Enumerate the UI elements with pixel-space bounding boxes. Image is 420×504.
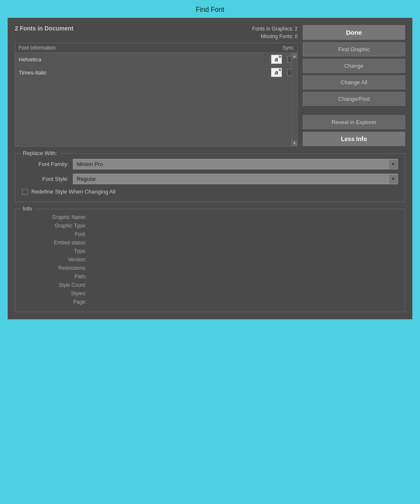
fonts-in-graphics: Fonts in Graphics: 2	[252, 25, 298, 33]
replace-with-legend: Replace With:	[20, 150, 60, 156]
font-name-helvetica: Helvetica	[19, 56, 271, 63]
font-style-dropdown-arrow[interactable]: ▼	[388, 174, 398, 184]
done-button[interactable]: Done	[303, 25, 405, 40]
font-style-row: Font Style: Regular ▼	[22, 174, 398, 184]
change-all-button[interactable]: Change All	[303, 75, 405, 89]
list-item[interactable]: Times-Italic a	[15, 66, 297, 79]
scroll-up-arrow[interactable]: ▲	[292, 53, 298, 59]
font-style-label: Font Style:	[22, 176, 69, 182]
info-section: Info Graphic Name: Graphic Type: Font: E…	[15, 209, 405, 312]
font-family-label: Font Family:	[22, 161, 69, 167]
font-style-select[interactable]: Regular ▼	[73, 174, 398, 184]
font-value	[90, 231, 398, 237]
font-family-row: Font Family: Minion Pro ▼	[22, 159, 398, 169]
missing-fonts: Missing Fonts: 0	[252, 33, 298, 40]
info-legend: Info	[20, 205, 35, 212]
path-label: Path:	[22, 274, 90, 280]
type-label: Type:	[22, 248, 90, 254]
reveal-in-explorer-button[interactable]: Reveal in Explorer	[303, 115, 405, 129]
find-graphic-button[interactable]: Find Graphic	[303, 42, 405, 56]
scroll-track[interactable]	[292, 59, 298, 140]
change-button[interactable]: Change	[303, 59, 405, 73]
version-label: Version:	[22, 257, 90, 263]
info-grid: Graphic Name: Graphic Type: Font: Embed …	[22, 214, 398, 305]
graphic-name-label: Graphic Name:	[22, 214, 90, 220]
embed-status-value	[90, 240, 398, 246]
font-family-value: Minion Pro	[77, 161, 388, 167]
top-section: 2 Fonts in Document Fonts in Graphics: 2…	[15, 25, 405, 147]
graphic-name-value	[90, 214, 398, 220]
fonts-stats: Fonts in Graphics: 2 Missing Fonts: 0	[252, 25, 298, 40]
path-value	[90, 274, 398, 280]
list-item[interactable]: Helvetica a	[15, 53, 297, 66]
replace-with-section: Replace With: Font Family: Minion Pro ▼ …	[15, 153, 405, 202]
graphic-type-label: Graphic Type:	[22, 223, 90, 229]
dialog-body: 2 Fonts in Document Fonts in Graphics: 2…	[8, 18, 412, 319]
scroll-down-arrow[interactable]: ▼	[292, 140, 298, 146]
less-info-button[interactable]: Less Info	[303, 132, 405, 146]
font-family-select[interactable]: Minion Pro ▼	[73, 159, 398, 169]
font-family-dropdown-arrow[interactable]: ▼	[388, 160, 398, 169]
font-icon-helvetica: a	[271, 55, 282, 64]
type-value	[90, 248, 398, 254]
styles-label: Styles:	[22, 291, 90, 296]
col-sync: Sync	[282, 45, 294, 51]
fonts-count: 2 Fonts in Document	[15, 25, 73, 32]
version-value	[90, 257, 398, 263]
font-list-container: Font Information Sync Helvetica a Times-…	[15, 43, 298, 147]
col-font-info: Font Information	[19, 45, 55, 51]
dialog-title: Find Font	[0, 0, 420, 18]
font-list-header: Font Information Sync	[15, 43, 297, 53]
list-header-row: 2 Fonts in Document Fonts in Graphics: 2…	[15, 25, 298, 40]
right-panel: Done Find Graphic Change Change All Chan…	[303, 25, 405, 147]
embed-status-label: Embed status:	[22, 240, 90, 246]
page-value	[90, 299, 398, 305]
graphic-type-value	[90, 223, 398, 229]
redefine-style-checkbox[interactable]	[22, 189, 28, 195]
redefine-style-row: Redefine Style When Changing All	[22, 188, 398, 195]
font-label: Font:	[22, 231, 90, 237]
font-list-scrollbar[interactable]: ▲ ▼	[291, 53, 297, 146]
font-style-value: Regular	[77, 176, 388, 182]
style-count-label: Style Count:	[22, 282, 90, 288]
left-panel: 2 Fonts in Document Fonts in Graphics: 2…	[15, 25, 298, 147]
title-text: Find Font	[196, 6, 224, 13]
restrictions-label: Restrictions:	[22, 265, 90, 271]
change-find-button[interactable]: Change/Find	[303, 92, 405, 106]
font-icon-timesitalic: a	[271, 68, 282, 77]
font-name-timesitalic: Times-Italic	[19, 69, 271, 76]
style-count-value	[90, 282, 398, 288]
page-label: Page:	[22, 299, 90, 305]
redefine-style-label: Redefine Style When Changing All	[31, 188, 116, 195]
font-list-scroll[interactable]: Helvetica a Times-Italic a ▲ ▼	[15, 53, 297, 146]
restrictions-value	[90, 265, 398, 271]
styles-value	[90, 291, 398, 296]
